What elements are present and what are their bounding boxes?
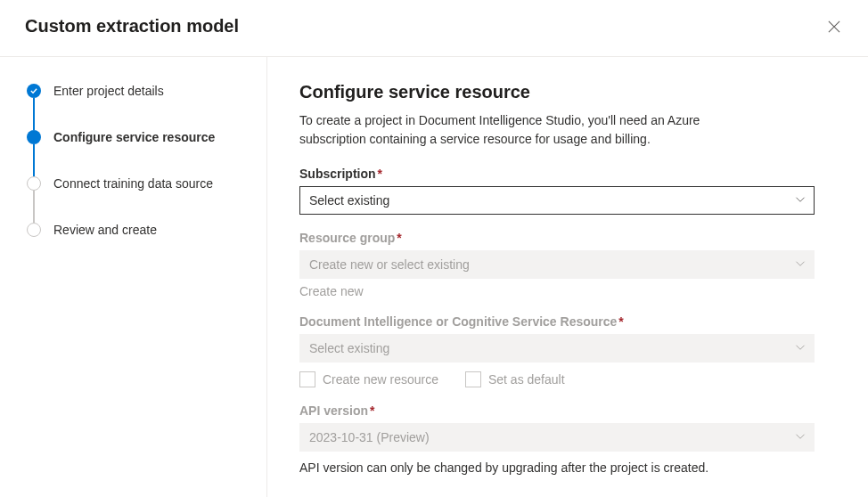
label-text: API version (299, 403, 368, 418)
subscription-label: Subscription* (299, 167, 815, 181)
step-label: Connect training data source (53, 176, 213, 191)
step-label: Review and create (53, 223, 157, 237)
set-as-default-checkbox[interactable]: Set as default (465, 371, 565, 387)
step-enter-project-details[interactable]: Enter project details (27, 84, 249, 98)
step-pending-icon (27, 223, 41, 237)
resource-group-select-value: Create new or select existing (299, 250, 815, 279)
label-text: Document Intelligence or Cognitive Servi… (299, 314, 617, 329)
step-current-icon (27, 130, 41, 144)
resource-group-field: Resource group* Create new or select exi… (299, 231, 815, 298)
dialog-content: Enter project details Configure service … (0, 57, 868, 497)
service-resource-select[interactable]: Select existing (299, 334, 815, 363)
required-indicator: * (618, 314, 623, 329)
subscription-select-value: Select existing (299, 186, 815, 215)
step-configure-service-resource[interactable]: Configure service resource (27, 130, 249, 144)
checkbox-box (465, 371, 481, 387)
create-new-resource-checkbox[interactable]: Create new resource (299, 371, 438, 387)
subscription-select[interactable]: Select existing (299, 186, 815, 215)
checkbox-box (299, 371, 315, 387)
step-label: Configure service resource (53, 130, 215, 144)
required-indicator: * (370, 403, 374, 418)
service-resource-select-value: Select existing (299, 334, 815, 363)
wizard-sidebar: Enter project details Configure service … (0, 57, 267, 497)
step-connector (33, 191, 35, 223)
checkbox-label: Create new resource (323, 372, 438, 387)
label-text: Subscription (299, 167, 376, 181)
api-version-select[interactable]: 2023-10-31 (Preview) (299, 423, 815, 452)
close-button[interactable] (825, 18, 843, 36)
page-description: To create a project in Document Intellig… (299, 111, 727, 149)
step-completed-icon (27, 84, 41, 98)
subscription-field: Subscription* Select existing (299, 167, 815, 215)
label-text: Resource group (299, 231, 395, 245)
dialog-header: Custom extraction model (0, 0, 868, 57)
step-connect-training-data-source[interactable]: Connect training data source (27, 176, 249, 191)
create-new-resource-group-link[interactable]: Create new (299, 284, 364, 298)
required-indicator: * (397, 231, 401, 245)
service-resource-options: Create new resource Set as default (299, 371, 815, 387)
page-title: Configure service resource (299, 82, 815, 102)
api-version-field: API version* 2023-10-31 (Preview) API ve… (299, 403, 815, 475)
api-version-label: API version* (299, 403, 815, 418)
main-panel: Configure service resource To create a p… (267, 57, 868, 497)
step-label: Enter project details (53, 84, 164, 98)
resource-group-select[interactable]: Create new or select existing (299, 250, 815, 279)
dialog-title: Custom extraction model (25, 16, 239, 37)
checkbox-label: Set as default (488, 372, 565, 387)
step-pending-icon (27, 176, 41, 191)
step-review-and-create[interactable]: Review and create (27, 223, 249, 237)
step-connector (33, 98, 35, 130)
close-icon (828, 20, 840, 33)
step-connector (33, 144, 35, 176)
required-indicator: * (378, 167, 382, 181)
resource-group-label: Resource group* (299, 231, 815, 245)
service-resource-label: Document Intelligence or Cognitive Servi… (299, 314, 815, 329)
api-version-select-value: 2023-10-31 (Preview) (299, 423, 815, 452)
api-version-helper: API version can only be changed by upgra… (299, 460, 815, 475)
service-resource-field: Document Intelligence or Cognitive Servi… (299, 314, 815, 387)
